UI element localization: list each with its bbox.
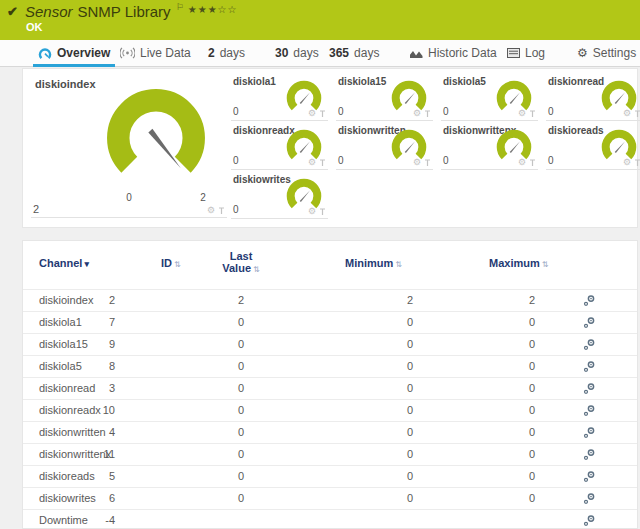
channel-label: diskiola15	[338, 76, 386, 87]
gear-icon[interactable]: ⚙	[413, 109, 421, 118]
pin-icon[interactable]	[319, 110, 326, 118]
tab-overview[interactable]: Overview	[38, 40, 110, 66]
area-chart-icon	[410, 48, 423, 59]
column-header-last-value[interactable]: LastValue⇅	[209, 250, 273, 276]
cell-minimum: 0	[363, 466, 413, 487]
sort-icon: ⇅	[542, 260, 549, 269]
pin-icon[interactable]	[529, 159, 536, 167]
tab-30-days[interactable]: 30days	[275, 40, 319, 66]
cell-last-value: 0	[238, 466, 244, 487]
gear-icon[interactable]: ⚙	[518, 158, 526, 167]
gauge-tile-diskiola1[interactable]: diskiola1 0 ⚙	[231, 75, 328, 121]
gear-icon[interactable]: ⚙	[623, 158, 631, 167]
pin-icon[interactable]	[424, 159, 431, 167]
pin-icon[interactable]	[319, 208, 326, 216]
gear-icon[interactable]: ⚙	[308, 207, 316, 216]
channel-settings-icon[interactable]	[583, 404, 596, 417]
cell-maximum: 0	[485, 400, 535, 421]
cell-id: 2	[63, 290, 115, 311]
gauge-tile-diskionreadx[interactable]: diskionreadx 0 ⚙	[231, 124, 328, 170]
gear-icon[interactable]: ⚙	[413, 158, 421, 167]
gauge-tile-diskiola5[interactable]: diskiola5 0 ⚙	[441, 75, 538, 121]
tab-live-data[interactable]: Live Data	[120, 40, 191, 66]
stars-empty[interactable]: ☆☆	[218, 4, 238, 15]
stars-filled[interactable]: ★★★	[188, 4, 218, 15]
channel-settings-icon[interactable]	[583, 316, 596, 329]
channel-table: Channel▾ ID⇅ LastValue⇅ Minimum⇅ Maximum…	[22, 240, 638, 529]
column-header-maximum[interactable]: Maximum⇅	[489, 257, 548, 269]
cell-minimum: 0	[363, 356, 413, 377]
channel-settings-icon[interactable]	[583, 448, 596, 461]
table-row: diskiola5 8 0 0 0	[23, 355, 637, 377]
gear-icon[interactable]: ⚙	[623, 109, 631, 118]
gauge-icon	[103, 87, 209, 189]
column-header-id[interactable]: ID⇅	[161, 257, 181, 269]
cell-last-value: 0	[238, 378, 244, 399]
column-header-channel[interactable]: Channel▾	[39, 257, 89, 269]
table-row: diskioindex 2 2 2 2	[23, 289, 637, 311]
tab-2-days[interactable]: 2days	[208, 40, 245, 66]
sensor-status-bar: ✔ SensorSNMP Library⚐★★★☆☆ OK	[0, 0, 640, 40]
pin-icon[interactable]	[218, 207, 225, 215]
pin-icon[interactable]	[634, 110, 640, 118]
cell-maximum: 0	[485, 334, 535, 355]
cell-maximum: 0	[485, 488, 535, 509]
channel-settings-icon[interactable]	[583, 382, 596, 395]
cell-minimum: 0	[363, 378, 413, 399]
cell-id: 9	[63, 334, 115, 355]
gear-icon[interactable]: ⚙	[308, 109, 316, 118]
priority-flag-icon[interactable]: ⚐	[176, 2, 184, 12]
gear-icon[interactable]: ⚙	[518, 109, 526, 118]
tab-label: days	[293, 46, 318, 60]
cell-id: 10	[63, 400, 115, 421]
gauge-tile-diskionread[interactable]: diskionread 0 ⚙	[546, 75, 640, 121]
gear-icon[interactable]: ⚙	[308, 158, 316, 167]
cell-minimum: 0	[363, 400, 413, 421]
channel-settings-icon[interactable]	[583, 514, 596, 527]
channel-settings-icon[interactable]	[583, 470, 596, 483]
cell-maximum: 0	[485, 378, 535, 399]
table-row: Downtime -4	[23, 509, 637, 529]
channel-value: 0	[233, 106, 239, 117]
channel-value: 0	[443, 106, 449, 117]
pin-icon[interactable]	[319, 159, 326, 167]
gauge-tile-diskionwrittenx[interactable]: diskionwrittenx 0 ⚙	[441, 124, 538, 170]
gauge-tile-diskioindex[interactable]: diskioindex 0 2 2 ⚙	[31, 75, 227, 218]
pin-icon[interactable]	[424, 110, 431, 118]
cell-last-value: 0	[238, 400, 244, 421]
cell-id: -4	[63, 510, 115, 529]
gauge-tile-diskionwritten[interactable]: diskionwritten 0 ⚙	[336, 124, 433, 170]
tab-historic-data[interactable]: Historic Data	[410, 40, 497, 66]
gear-icon[interactable]: ⚙	[207, 206, 215, 215]
channel-settings-icon[interactable]	[583, 492, 596, 505]
tab-label: Overview	[57, 46, 110, 60]
object-kind-label: Sensor	[25, 3, 73, 20]
channel-label: diskioreads	[548, 125, 604, 136]
table-row: diskiowrites 6 0 0 0	[23, 487, 637, 509]
channel-settings-icon[interactable]	[583, 360, 596, 373]
priority-stars[interactable]: ★★★☆☆	[188, 4, 238, 15]
sort-icon: ⇅	[395, 260, 402, 269]
gauge-tile-diskioreads[interactable]: diskioreads 0 ⚙	[546, 124, 640, 170]
tab-log[interactable]: Log	[507, 40, 545, 66]
tab-number: 2	[208, 46, 215, 60]
column-header-minimum[interactable]: Minimum⇅	[345, 257, 402, 269]
cell-id: 11	[63, 444, 115, 465]
channel-label: diskiola5	[443, 76, 486, 87]
tab-365-days[interactable]: 365days	[329, 40, 379, 66]
pin-icon[interactable]	[529, 110, 536, 118]
channel-settings-icon[interactable]	[583, 426, 596, 439]
tab-settings[interactable]: ⚙ Settings	[577, 40, 636, 66]
cell-maximum: 2	[485, 290, 535, 311]
table-header-row: Channel▾ ID⇅ LastValue⇅ Minimum⇅ Maximum…	[23, 241, 637, 289]
pin-icon[interactable]	[634, 159, 640, 167]
gauge-scale-min: 0	[119, 192, 139, 203]
gauge-tile-diskiola15[interactable]: diskiola15 0 ⚙	[336, 75, 433, 121]
channel-settings-icon[interactable]	[583, 294, 596, 307]
channel-value: 0	[233, 204, 239, 215]
tab-label: days	[354, 46, 379, 60]
channel-value: 0	[443, 155, 449, 166]
table-row: diskiola1 7 0 0 0	[23, 311, 637, 333]
gauge-tile-diskiowrites[interactable]: diskiowrites 0 ⚙	[231, 173, 328, 219]
channel-settings-icon[interactable]	[583, 338, 596, 351]
